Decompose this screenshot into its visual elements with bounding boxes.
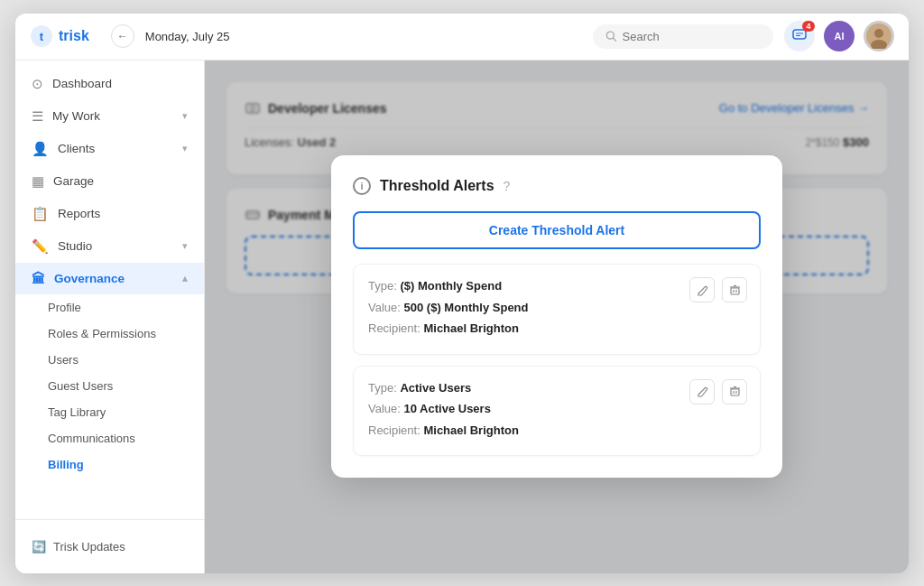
- help-icon[interactable]: ?: [504, 179, 511, 193]
- updates-icon: 🔄: [32, 540, 46, 553]
- svg-text:t: t: [40, 30, 44, 43]
- search-input[interactable]: [623, 30, 762, 43]
- studio-icon: ✏️: [32, 238, 49, 255]
- ai-label: AI: [835, 31, 845, 42]
- sidebar-item-governance[interactable]: 🏛 Governance ▴: [15, 263, 204, 294]
- sidebar-sub-tag-library[interactable]: Tag Library: [48, 399, 204, 425]
- sidebar-item-label: Reports: [58, 207, 100, 220]
- edit-icon: [697, 284, 708, 296]
- updates-label: Trisk Updates: [53, 540, 125, 553]
- topbar-date: Monday, July 25: [145, 30, 230, 43]
- sidebar-item-dashboard[interactable]: ⊙ Dashboard: [15, 68, 204, 100]
- sidebar: ⊙ Dashboard ☰ My Work ▾ 👤 Clients ▾ ▦ Ga…: [15, 60, 205, 573]
- chevron-down-icon: ▾: [182, 143, 188, 154]
- sidebar-sub-billing[interactable]: Billing: [48, 451, 204, 478]
- governance-icon: 🏛: [32, 271, 45, 286]
- chevron-up-icon: ▴: [182, 273, 188, 284]
- sidebar-item-label: Governance: [54, 272, 125, 285]
- dashboard-icon: ⊙: [32, 76, 43, 92]
- sidebar-bottom: 🔄 Trisk Updates: [15, 519, 204, 573]
- logo-icon: t: [30, 24, 53, 48]
- sidebar-item-garage[interactable]: ▦ Garage: [15, 165, 204, 198]
- clients-icon: 👤: [32, 141, 49, 157]
- modal-title: Threshold Alerts: [380, 178, 494, 194]
- delete-alert-button-0[interactable]: [722, 277, 747, 302]
- info-icon: i: [353, 177, 371, 195]
- svg-rect-21: [731, 288, 739, 294]
- garage-icon: ▦: [32, 173, 44, 190]
- reports-icon: 📋: [32, 206, 49, 222]
- topbar-icons: 4 AI: [784, 21, 894, 51]
- governance-submenu: Profile Roles & Permissions Users Guest …: [15, 294, 204, 478]
- sidebar-item-clients[interactable]: 👤 Clients ▾: [15, 133, 204, 165]
- svg-rect-26: [731, 389, 739, 395]
- sidebar-sub-users[interactable]: Users: [48, 347, 204, 373]
- edit-alert-button-0[interactable]: [689, 277, 715, 302]
- logo: t trisk: [30, 24, 89, 48]
- sidebar-sub-profile[interactable]: Profile: [48, 294, 204, 321]
- modal-header: i Threshold Alerts ?: [353, 177, 761, 195]
- svg-line-3: [613, 38, 615, 41]
- chevron-down-icon: ▾: [182, 240, 188, 252]
- chat-button[interactable]: 4: [784, 21, 815, 51]
- main-area: ⊙ Dashboard ☰ My Work ▾ 👤 Clients ▾ ▦ Ga…: [15, 60, 909, 573]
- trash-icon: [729, 284, 741, 296]
- create-threshold-button[interactable]: Create Threshold Alert: [353, 211, 761, 249]
- sidebar-sub-communications[interactable]: Communications: [48, 425, 204, 451]
- sidebar-item-label: Garage: [53, 174, 94, 188]
- sidebar-item-label: My Work: [52, 109, 100, 123]
- trash-icon: [729, 386, 741, 397]
- search-bar[interactable]: [593, 24, 773, 49]
- chat-badge: 4: [802, 21, 815, 32]
- sidebar-item-studio[interactable]: ✏️ Studio ▾: [15, 230, 204, 263]
- sidebar-sub-roles[interactable]: Roles & Permissions: [48, 321, 204, 347]
- ai-button[interactable]: AI: [824, 21, 855, 51]
- avatar-icon: [866, 23, 892, 49]
- alert-card-1: Type: Active Users Value: 10 Active User…: [353, 366, 761, 457]
- edit-alert-button-1[interactable]: [689, 379, 715, 405]
- edit-icon: [697, 386, 708, 397]
- alert-recipient-row-1: Recipient: Michael Brighton: [368, 422, 745, 440]
- nav-back-button[interactable]: ←: [111, 24, 134, 48]
- sidebar-item-label: Clients: [58, 142, 95, 155]
- chevron-down-icon: ▾: [182, 110, 188, 122]
- topbar: t trisk ← Monday, July 25 4: [15, 14, 909, 60]
- app-window: t trisk ← Monday, July 25 4: [15, 14, 909, 573]
- content-area: Developer Licenses Go to Developer Licen…: [205, 60, 909, 573]
- sidebar-item-my-work[interactable]: ☰ My Work ▾: [15, 100, 204, 133]
- user-avatar[interactable]: [864, 21, 894, 51]
- sidebar-item-label: Studio: [58, 239, 92, 253]
- delete-alert-button-1[interactable]: [722, 379, 747, 405]
- modal-overlay[interactable]: i Threshold Alerts ? Create Threshold Al…: [205, 60, 909, 573]
- search-icon: [605, 30, 617, 42]
- app-name: trisk: [59, 28, 89, 44]
- alert-recipient-row-0: Recipient: Michael Brighton: [368, 320, 745, 338]
- sidebar-item-reports[interactable]: 📋 Reports: [15, 198, 204, 230]
- svg-rect-4: [793, 30, 806, 39]
- sidebar-item-label: Dashboard: [52, 77, 112, 90]
- sidebar-sub-guest-users[interactable]: Guest Users: [48, 373, 204, 399]
- svg-point-8: [874, 29, 883, 38]
- trisk-updates-item[interactable]: 🔄 Trisk Updates: [15, 531, 204, 563]
- alert-actions-0: [689, 277, 747, 302]
- alert-actions-1: [689, 379, 747, 405]
- threshold-alerts-modal: i Threshold Alerts ? Create Threshold Al…: [331, 155, 782, 478]
- alert-card-0: Type: ($) Monthly Spend Value: 500 ($) M…: [353, 264, 761, 355]
- my-work-icon: ☰: [32, 108, 43, 125]
